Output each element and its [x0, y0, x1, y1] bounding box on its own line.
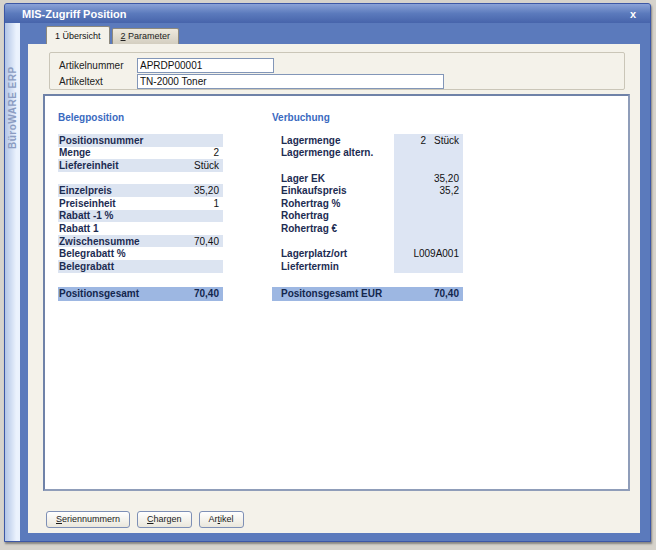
row-label: [272, 235, 394, 248]
row-value: [394, 210, 463, 223]
button-label: ikel: [220, 514, 234, 524]
window-title: MIS-Zugriff Position: [22, 8, 126, 20]
row-value: 35,2: [394, 184, 463, 197]
article-text-label: Artikeltext: [59, 76, 137, 87]
position-row: [272, 273, 463, 286]
position-row: Rohertrag %: [272, 197, 463, 210]
position-row: Belegrabatt %: [58, 247, 223, 260]
tab-parameter-label: Parameter: [126, 31, 171, 41]
row-label: Rohertrag €: [272, 222, 394, 235]
position-row: Rabatt -1 %: [58, 210, 223, 223]
position-row: Rabatt 1: [58, 222, 223, 235]
row-unit: Stück: [426, 135, 459, 146]
row-label: Liefereinheit: [59, 160, 194, 171]
article-header-box: Artikelnummer Artikeltext: [49, 52, 625, 90]
button-label: eriennummern: [62, 514, 120, 524]
article-number-row: Artikelnummer: [59, 57, 624, 73]
tab-uebersicht-label: 1 Übersicht: [55, 31, 101, 41]
artikel-button[interactable]: Artikel: [199, 511, 244, 528]
row-label: Rohertrag %: [272, 197, 394, 210]
position-row: Einkaufspreis35,2: [272, 184, 463, 197]
article-text-field[interactable]: [137, 74, 444, 89]
brand-text: BüroWARE ERP: [7, 66, 18, 149]
row-label: Liefertermin: [272, 260, 394, 273]
row-value: [394, 260, 463, 273]
position-row: Positionsnummer: [58, 134, 223, 147]
chargen-button[interactable]: Chargen: [137, 511, 192, 528]
row-label: Einzelpreis: [59, 185, 194, 196]
article-text-row: Artikeltext: [59, 73, 624, 89]
tab-parameter[interactable]: 2 Parameter: [112, 28, 180, 44]
position-row: Belegrabatt: [58, 260, 223, 273]
button-row: Seriennummern Chargen Artikel: [46, 511, 244, 528]
position-row: Einzelpreis35,20: [58, 184, 223, 197]
row-label: Lager EK: [272, 172, 394, 185]
position-row: Lager EK35,20: [272, 172, 463, 185]
article-number-field[interactable]: [137, 58, 274, 73]
row-label: Einkaufspreis: [272, 184, 394, 197]
verbuchung-rows: Lagermenge2Stück Lagermenge altern. Lage…: [272, 134, 463, 285]
verbuchung-column: Verbuchung Lagermenge2Stück Lagermenge a…: [272, 112, 463, 301]
seriennummern-button[interactable]: Seriennummern: [46, 511, 130, 528]
row-label: Rabatt -1 %: [59, 210, 219, 221]
position-row: Lagerplatz/ortL009A001: [272, 247, 463, 260]
row-label: Positionsnummer: [59, 135, 219, 146]
row-label: Zwischensumme: [59, 236, 194, 247]
button-label: hargen: [154, 514, 182, 524]
position-row: Lagermenge2Stück: [272, 134, 463, 147]
positionsgesamt-row: Positionsgesamt 70,40: [58, 287, 223, 301]
row-label: Belegrabatt %: [59, 248, 219, 259]
row-label: Rabatt 1: [59, 223, 219, 234]
row-label: [272, 159, 394, 172]
tab-uebersicht[interactable]: 1 Übersicht: [46, 26, 110, 44]
row-value: [394, 147, 463, 160]
row-value: 70,40: [194, 236, 223, 247]
position-row: Preiseinheit1: [58, 197, 223, 210]
position-row: [272, 235, 463, 248]
position-row: LiefereinheitStück: [58, 159, 223, 172]
position-row: [58, 172, 223, 185]
row-quantity: 2: [394, 135, 426, 146]
row-label: Preiseinheit: [59, 198, 213, 209]
row-value: 2: [213, 147, 223, 158]
position-panel: Belegposition Positionsnummer Menge2 Lie…: [43, 94, 630, 491]
position-row: Zwischensumme70,40: [58, 235, 223, 248]
row-label: Menge: [59, 147, 213, 158]
row-value: 2Stück: [394, 134, 463, 147]
total-value: 70,40: [434, 288, 463, 299]
total-label: Positionsgesamt: [58, 288, 194, 299]
row-value: [394, 273, 463, 286]
position-row: Liefertermin: [272, 260, 463, 273]
position-row: [272, 159, 463, 172]
row-value: [394, 159, 463, 172]
row-value: 1: [213, 198, 223, 209]
row-label: Lagerplatz/ort: [272, 247, 394, 260]
dialog-area: 1 Übersicht 2 Parameter Artikelnummer Ar…: [20, 23, 650, 541]
row-label: Lagermenge altern.: [272, 147, 394, 160]
row-value: [394, 235, 463, 248]
brand-strip: BüroWARE ERP: [5, 23, 20, 541]
row-value: [394, 197, 463, 210]
belegposition-rows: Positionsnummer Menge2 LiefereinheitStüc…: [58, 134, 223, 285]
row-label: [272, 273, 394, 286]
position-row: [58, 273, 223, 286]
total-value: 70,40: [194, 288, 223, 299]
button-label: Ar: [209, 514, 218, 524]
row-value: [394, 222, 463, 235]
belegposition-column: Belegposition Positionsnummer Menge2 Lie…: [58, 112, 223, 301]
row-value: L009A001: [394, 247, 463, 260]
verbuchung-header: Verbuchung: [272, 112, 463, 125]
row-value: Stück: [194, 160, 223, 171]
close-icon[interactable]: x: [630, 8, 636, 20]
row-label: Rohertrag: [272, 210, 394, 223]
tab-bar: 1 Übersicht 2 Parameter: [20, 23, 650, 44]
app-window: MIS-Zugriff Position x BüroWARE ERP 1 Üb…: [4, 3, 651, 542]
belegposition-header: Belegposition: [58, 112, 223, 125]
row-label: Belegrabatt: [59, 261, 219, 272]
article-number-label: Artikelnummer: [59, 60, 137, 71]
titlebar[interactable]: MIS-Zugriff Position x: [5, 4, 650, 23]
tab-page: Artikelnummer Artikeltext Belegposition …: [28, 44, 640, 533]
row-value: 35,20: [194, 185, 223, 196]
positionsgesamt-eur-row: Positonsgesamt EUR 70,40: [272, 287, 463, 301]
row-label: Lagermenge: [272, 134, 394, 147]
